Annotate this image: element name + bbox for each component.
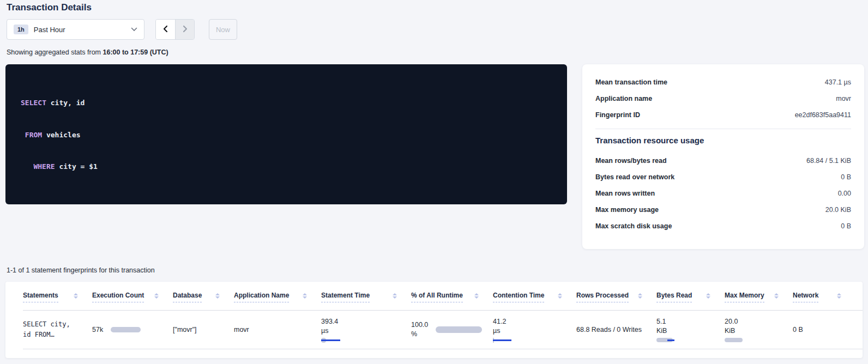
column-header-statement-time: Statement Time xyxy=(321,292,411,310)
previous-time-button[interactable] xyxy=(156,20,175,39)
bytes-read-value: 5.1 xyxy=(656,317,714,326)
column-header-application-name: Application Name xyxy=(234,292,321,310)
transaction-summary-panel: Mean transaction time 437.1 µs Applicati… xyxy=(582,64,864,249)
summary-value: 0 B xyxy=(841,173,851,181)
cell-application-name: movr xyxy=(234,311,321,349)
summary-row: Mean rows written 0.00 xyxy=(595,185,851,202)
sort-icon[interactable] xyxy=(706,293,710,299)
runtime-pct-unit: % xyxy=(411,330,417,338)
sort-icon[interactable] xyxy=(474,293,479,299)
sort-icon[interactable] xyxy=(558,293,562,299)
next-time-button[interactable] xyxy=(175,20,194,39)
transaction-sql-box: SELECT city, id FROM vehicles WHERE city… xyxy=(5,64,567,204)
execution-count-bar xyxy=(111,327,141,332)
sql-line: SELECT city, id xyxy=(21,98,552,108)
time-controls: 1h Past Hour Now xyxy=(7,19,237,40)
column-header-label[interactable]: % of All Runtime xyxy=(411,292,463,302)
column-header-runtime-pct: % of All Runtime xyxy=(411,292,493,310)
column-header-label[interactable]: Application Name xyxy=(234,292,289,302)
statement-count-note: 1-1 of 1 statement fingerprints for this… xyxy=(7,266,155,274)
aggregated-stats-range: 16:00 to 17:59 (UTC) xyxy=(103,48,168,56)
summary-value: 68.84 / 5.1 KiB xyxy=(806,157,851,165)
network-value: 0 B xyxy=(793,326,845,333)
summary-value: 0 B xyxy=(841,222,851,230)
cell-max-memory: 20.0 KiB xyxy=(725,311,793,349)
column-header-label[interactable]: Max Memory xyxy=(725,292,764,302)
statements-table: Statements Execution Count Database Appl… xyxy=(5,282,863,358)
database-value: ["movr"] xyxy=(173,326,223,333)
summary-label: Mean rows/bytes read xyxy=(595,157,667,165)
runtime-pct-value: 100.0 xyxy=(411,321,428,329)
column-header-label[interactable]: Rows Processed xyxy=(576,292,629,302)
column-header-label[interactable]: Bytes Read xyxy=(656,292,692,302)
sort-icon[interactable] xyxy=(74,293,78,299)
summary-row: Max memory usage 20.0 KiB xyxy=(595,202,851,218)
time-range-label: Past Hour xyxy=(34,26,125,34)
cell-bytes-read: 5.1 KiB xyxy=(656,311,725,349)
rows-processed-value: 68.8 Reads / 0 Writes xyxy=(576,326,646,333)
aggregated-stats-note: Showing aggregated stats from 16:00 to 1… xyxy=(7,48,168,56)
column-header-label[interactable]: Database xyxy=(173,292,202,302)
summary-value: 20.0 KiB xyxy=(825,206,851,214)
chevron-down-icon xyxy=(131,26,137,33)
column-header-max-memory: Max Memory xyxy=(725,292,793,310)
contention-time-unit: µs xyxy=(493,326,565,336)
time-step-buttons xyxy=(155,19,195,40)
column-header-contention-time: Contention Time xyxy=(493,292,576,310)
sql-text: city = $1 xyxy=(55,162,98,171)
cell-rows-processed: 68.8 Reads / 0 Writes xyxy=(576,311,656,349)
sql-keyword: SELECT xyxy=(21,99,46,107)
table-header-row: Statements Execution Count Database Appl… xyxy=(23,282,863,311)
statement-line: SELECT city, xyxy=(23,320,70,328)
summary-label: Bytes read over network xyxy=(595,173,674,181)
column-header-statements: Statements xyxy=(23,292,92,310)
column-header-label[interactable]: Network xyxy=(793,292,818,302)
time-range-badge: 1h xyxy=(14,25,28,34)
now-button[interactable]: Now xyxy=(209,19,237,40)
sort-icon[interactable] xyxy=(215,293,220,299)
application-name-value: movr xyxy=(234,326,310,333)
summary-label: Mean rows written xyxy=(595,190,655,197)
summary-value: 0.00 xyxy=(838,190,851,197)
column-header-label[interactable]: Contention Time xyxy=(493,292,544,302)
bytes-read-bar xyxy=(656,338,678,343)
summary-label: Fingerprint ID xyxy=(595,111,640,119)
bytes-read-unit: KiB xyxy=(656,326,714,336)
summary-label: Application name xyxy=(595,95,652,102)
column-header-database: Database xyxy=(173,292,234,310)
statement-line: id FROM… xyxy=(23,331,55,338)
aggregated-stats-prefix: Showing aggregated stats from xyxy=(7,48,103,56)
cell-contention-time: 41.2 µs xyxy=(493,311,576,349)
time-range-dropdown[interactable]: 1h Past Hour xyxy=(7,19,144,40)
sort-icon[interactable] xyxy=(303,293,307,299)
page-title: Transaction Details xyxy=(7,2,92,13)
sort-icon[interactable] xyxy=(393,293,397,299)
summary-label: Max memory usage xyxy=(595,206,659,214)
statement-time-value: 393.4 xyxy=(321,317,400,326)
column-header-rows-processed: Rows Processed xyxy=(576,292,656,310)
column-header-network: Network xyxy=(793,292,855,310)
sql-text: city, id xyxy=(46,99,85,107)
sort-icon[interactable] xyxy=(774,293,779,299)
sql-keyword: WHERE xyxy=(33,162,55,171)
execution-count-value: 57k xyxy=(92,326,103,333)
summary-divider xyxy=(595,129,851,129)
max-memory-value: 20.0 xyxy=(725,317,782,326)
sort-icon[interactable] xyxy=(837,293,841,299)
sort-icon[interactable] xyxy=(638,293,642,299)
summary-row: Fingerprint ID ee2df683f5aa9411 xyxy=(595,107,851,123)
statement-link[interactable]: SELECT city, id FROM… xyxy=(23,319,81,340)
summary-value: 437.1 µs xyxy=(825,78,851,86)
summary-value: movr xyxy=(836,95,851,102)
table-row: SELECT city, id FROM… 57k ["movr"] movr … xyxy=(23,311,863,349)
chevron-right-icon xyxy=(182,25,189,34)
column-header-label[interactable]: Execution Count xyxy=(92,292,144,302)
statement-time-bar xyxy=(321,338,354,343)
sort-icon[interactable] xyxy=(154,293,159,299)
max-memory-unit: KiB xyxy=(725,326,782,336)
cell-execution-count: 57k xyxy=(92,311,173,349)
column-header-label[interactable]: Statement Time xyxy=(321,292,370,302)
summary-label: Max scratch disk usage xyxy=(595,222,672,230)
column-header-label[interactable]: Statements xyxy=(23,292,58,302)
summary-value: ee2df683f5aa9411 xyxy=(795,111,851,119)
